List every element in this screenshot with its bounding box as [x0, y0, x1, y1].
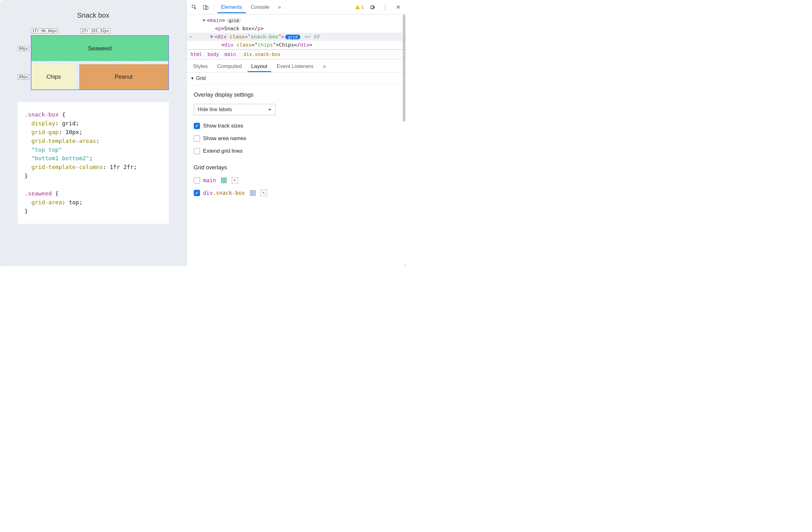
checkbox-icon[interactable] [194, 135, 200, 142]
selected-node[interactable]: ⋯ ▼<div class="snack-box">grid== $0 [187, 33, 406, 41]
cell-seaweed: Seaweed [31, 36, 168, 61]
checkbox-icon[interactable] [194, 177, 200, 183]
subtab-layout[interactable]: Layout [247, 61, 271, 72]
crumb-html[interactable]: html [191, 52, 202, 57]
grid-overlays-title: Grid overlays [187, 157, 406, 174]
crumb-current[interactable]: div.snack-box [242, 52, 282, 57]
scrollbar-thumb[interactable] [403, 14, 405, 122]
color-swatch[interactable] [250, 190, 256, 196]
row-label-2: 80px [18, 74, 29, 79]
grid-overlay: 1fr·96.66px 2fr·193.32px 80px 80px Seawe… [18, 28, 169, 90]
reveal-node-icon[interactable]: ↖ [261, 190, 267, 196]
row-label-1: 80px [18, 46, 29, 51]
subtab-more[interactable]: » [319, 61, 330, 72]
section-grid[interactable]: ▼Grid [187, 72, 406, 85]
cell-peanut: Peanut [79, 64, 168, 89]
warning-badge[interactable]: 1 [355, 4, 364, 10]
col-label-2: 2fr·193.32px [81, 28, 111, 33]
kebab-icon[interactable]: ⋮ [380, 2, 390, 12]
devtools-window: Snack box 1fr·96.66px 2fr·193.32px 80px … [0, 0, 406, 266]
css-snippet: .snack-box { display: grid; grid-gap: 10… [18, 102, 169, 224]
overlay-main[interactable]: main ↖ [187, 174, 406, 187]
overlay-snackbox[interactable]: div.snack-box ↖ [187, 187, 406, 199]
device-toggle-icon[interactable] [201, 2, 211, 12]
subtab-styles[interactable]: Styles [189, 61, 211, 72]
layout-panel: ▼Grid Overlay display settings Hide line… [187, 72, 406, 266]
preview-title: Snack box [18, 11, 169, 19]
toolbar-separator [214, 3, 214, 11]
page-preview: Snack box 1fr·96.66px 2fr·193.32px 80px … [0, 0, 187, 266]
tab-elements[interactable]: Elements [217, 1, 246, 13]
opt-area-names[interactable]: Show area names [187, 132, 406, 145]
scrollbar[interactable] [402, 14, 406, 266]
dom-tree[interactable]: ▼<main>grid <p>Snack box</p> ⋯ ▼<div cla… [187, 14, 406, 50]
cell-chips: Chips [31, 64, 76, 89]
checkbox-icon[interactable] [194, 123, 200, 129]
checkbox-icon[interactable] [194, 190, 200, 196]
svg-rect-1 [203, 5, 206, 9]
gear-icon[interactable] [367, 2, 377, 12]
reveal-node-icon[interactable]: ↖ [232, 177, 238, 183]
crumb-body[interactable]: body [207, 52, 219, 57]
opt-track-sizes[interactable]: Show track sizes [187, 120, 406, 132]
checkbox-icon[interactable] [194, 148, 200, 154]
styles-subtabs: Styles Computed Layout Event Listeners » [187, 59, 406, 72]
crumb-main[interactable]: main [224, 52, 236, 57]
subtab-computed[interactable]: Computed [213, 61, 245, 72]
breadcrumb[interactable]: html body main div.snack-box [187, 50, 406, 59]
subtab-eventlisteners[interactable]: Event Listeners [273, 61, 317, 72]
close-icon[interactable]: ✕ [393, 2, 404, 12]
snack-box-grid: Seaweed Chips Peanut [31, 35, 169, 90]
color-swatch[interactable] [221, 178, 227, 183]
line-labels-select[interactable]: Hide line labels [194, 104, 275, 115]
inspect-icon[interactable] [189, 2, 199, 12]
devtools-toolbar: Elements Console » 1 ⋮ ✕ [187, 0, 406, 14]
opt-extend-lines[interactable]: Extend grid lines [187, 145, 406, 157]
tab-more[interactable]: » [274, 1, 285, 13]
overlay-settings-title: Overlay display settings [187, 85, 406, 101]
devtools-panel: Elements Console » 1 ⋮ ✕ ▼<main>grid [187, 0, 406, 266]
col-label-1: 1fr·96.66px [31, 28, 58, 33]
tab-console[interactable]: Console [247, 1, 273, 13]
